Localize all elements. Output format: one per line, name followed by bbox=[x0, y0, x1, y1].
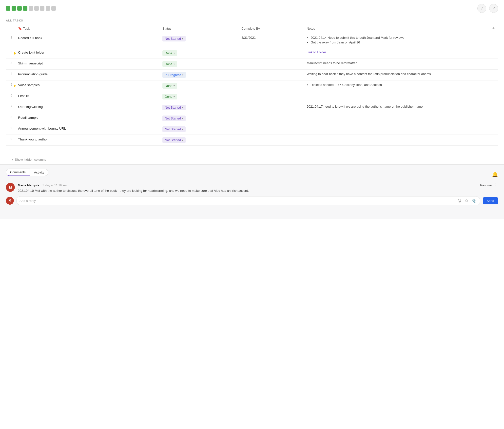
dot-3 bbox=[17, 6, 22, 11]
table-row: 5 Voice samples Done ▾ Dialects needed -… bbox=[6, 80, 498, 91]
check-buttons: ✓ ✓ bbox=[477, 4, 498, 13]
task-name-cell: Announcement with bounty URL bbox=[15, 124, 159, 135]
table-row: 10 Thank you to author Not Started ▾ bbox=[6, 135, 498, 146]
status-cell: Not Started ▾ bbox=[159, 102, 239, 113]
status-badge[interactable]: Done ▾ bbox=[162, 83, 177, 89]
chevron-icon: ▾ bbox=[182, 74, 183, 76]
dot-1 bbox=[6, 6, 10, 11]
status-cell: Done ▾ bbox=[159, 80, 239, 91]
task-name: Opening/Closing bbox=[18, 105, 43, 109]
more-options-button[interactable]: ⋮ bbox=[494, 183, 498, 187]
tab-activity[interactable]: Activity bbox=[30, 169, 48, 176]
task-name: First 15 bbox=[18, 94, 29, 98]
table-row: 9 Announcement with bounty URL Not Start… bbox=[6, 124, 498, 135]
chevron-down-icon: ▾ bbox=[12, 158, 13, 161]
task-table-wrap: 🔖Task Status Complete By Notes + 1 Recor… bbox=[0, 24, 504, 164]
avatar: M bbox=[6, 183, 15, 192]
complete-by-cell bbox=[238, 80, 304, 91]
task-name-cell: Create joint folder bbox=[15, 48, 159, 59]
status-badge[interactable]: Not Started ▾ bbox=[162, 116, 186, 121]
notes-cell: Dialects needed - RP, Cockney, Irish, an… bbox=[304, 80, 489, 91]
resolve-button[interactable]: Resolve bbox=[480, 183, 492, 187]
bookmark-icon: 🔖 bbox=[18, 27, 22, 30]
col-header-num bbox=[6, 24, 15, 33]
comments-tabs: Comments Activity bbox=[6, 169, 48, 176]
row-number: 10 bbox=[6, 135, 15, 146]
chevron-icon: ▾ bbox=[174, 95, 175, 98]
show-hidden-columns[interactable]: ▾ Show hidden columns bbox=[6, 155, 498, 164]
status-badge[interactable]: Not Started ▾ bbox=[162, 126, 186, 132]
emoji-icon-button[interactable]: ☺ bbox=[464, 198, 469, 203]
dot-6 bbox=[34, 6, 39, 11]
task-name: Voice samples bbox=[18, 83, 39, 87]
status-badge[interactable]: Done ▾ bbox=[162, 61, 177, 67]
col-header-notes: Notes bbox=[304, 24, 489, 33]
dot-9 bbox=[51, 6, 56, 11]
add-column-button[interactable]: + bbox=[489, 24, 498, 33]
status-badge[interactable]: Not Started ▾ bbox=[162, 36, 186, 41]
table-row: 7 Opening/Closing Not Started ▾ 2021.04.… bbox=[6, 102, 498, 113]
notes-cell: 2021.04.17 need to know if we are using … bbox=[304, 102, 489, 113]
table-header-row: 🔖Task Status Complete By Notes + bbox=[6, 24, 498, 33]
comment-text: 2021.04.10 Met with the author to discus… bbox=[18, 188, 498, 193]
notes-link[interactable]: Link to Folder bbox=[307, 50, 326, 54]
complete-by-cell: 5/31/2021 bbox=[238, 33, 304, 48]
comment-author: Maria Marquis bbox=[18, 183, 39, 187]
chevron-icon: ▾ bbox=[174, 63, 175, 65]
add-row-button[interactable]: + bbox=[6, 146, 498, 155]
comment-meta: Maria Marquis Today at 11:19 am Resolve … bbox=[18, 183, 498, 187]
status-cell: Not Started ▾ bbox=[159, 135, 239, 146]
task-name-cell: Skim manuscript bbox=[15, 59, 159, 70]
status-badge[interactable]: In Progress ▾ bbox=[162, 72, 186, 78]
task-name: Skim manuscript bbox=[18, 61, 43, 65]
task-name: Record full book bbox=[18, 36, 42, 40]
status-badge[interactable]: Done ▾ bbox=[162, 94, 177, 99]
check-button-1[interactable]: ✓ bbox=[477, 4, 486, 13]
task-name: Pronunciation guide bbox=[18, 72, 47, 76]
dot-5 bbox=[29, 6, 33, 11]
comment-actions: Resolve ⋮ bbox=[480, 183, 498, 187]
send-button[interactable]: Send bbox=[483, 197, 498, 204]
task-name: Retail sample bbox=[18, 116, 38, 119]
col-header-status: Status bbox=[159, 24, 239, 33]
tab-comments[interactable]: Comments bbox=[6, 169, 30, 176]
reply-area: M @ ☺ 📎 Send bbox=[6, 196, 498, 205]
table-row: 6 First 15 Done ▾ bbox=[6, 91, 498, 102]
row-number: 1 bbox=[6, 33, 15, 48]
status-badge[interactable]: Not Started ▾ bbox=[162, 137, 186, 143]
complete-by-cell bbox=[238, 135, 304, 146]
task-name-cell: Retail sample bbox=[15, 113, 159, 124]
row-number: 6 bbox=[6, 91, 15, 102]
status-badge[interactable]: Done ▾ bbox=[162, 50, 177, 56]
chevron-icon: ▾ bbox=[174, 52, 175, 55]
attach-icon-button[interactable]: 📎 bbox=[471, 198, 477, 204]
col-header-complete-by: Complete By bbox=[238, 24, 304, 33]
notes-cell: Manuscript needs to be reformatted bbox=[304, 59, 489, 70]
table-row: 3 Skim manuscript Done ▾ Manuscript need… bbox=[6, 59, 498, 70]
task-name: Announcement with bounty URL bbox=[18, 127, 66, 130]
task-name-cell: Voice samples bbox=[15, 80, 159, 91]
task-name-cell: Thank you to author bbox=[15, 135, 159, 146]
task-name-cell: Pronunciation guide bbox=[15, 70, 159, 80]
reply-input-wrap: @ ☺ 📎 bbox=[16, 196, 480, 205]
at-icon-button[interactable]: @ bbox=[457, 198, 462, 203]
row-number: 5 bbox=[6, 80, 15, 91]
table-row: 2 Create joint folder Done ▾ Link to Fol… bbox=[6, 48, 498, 59]
check-button-2[interactable]: ✓ bbox=[489, 4, 498, 13]
task-name-cell: First 15 bbox=[15, 91, 159, 102]
table-row: 1 Record full book Not Started ▾ 5/31/20… bbox=[6, 33, 498, 48]
chevron-icon: ▾ bbox=[174, 84, 175, 87]
row-number: 7 bbox=[6, 102, 15, 113]
complete-by-cell bbox=[238, 124, 304, 135]
yellow-flag-icon bbox=[14, 84, 16, 87]
notes-cell: Waiting to hear back if they have a cont… bbox=[304, 70, 489, 80]
comment-item: M Maria Marquis Today at 11:19 am Resolv… bbox=[6, 183, 498, 193]
bell-icon[interactable]: 🔔 bbox=[492, 171, 498, 177]
chevron-icon: ▾ bbox=[182, 37, 183, 40]
notes-cell: 2021.04.14 Need to submit this to both J… bbox=[304, 33, 489, 48]
reply-input[interactable] bbox=[19, 199, 455, 203]
task-table: 🔖Task Status Complete By Notes + 1 Recor… bbox=[6, 24, 498, 146]
status-cell: In Progress ▾ bbox=[159, 70, 239, 80]
complete-by-cell bbox=[238, 70, 304, 80]
status-badge[interactable]: Not Started ▾ bbox=[162, 105, 186, 110]
